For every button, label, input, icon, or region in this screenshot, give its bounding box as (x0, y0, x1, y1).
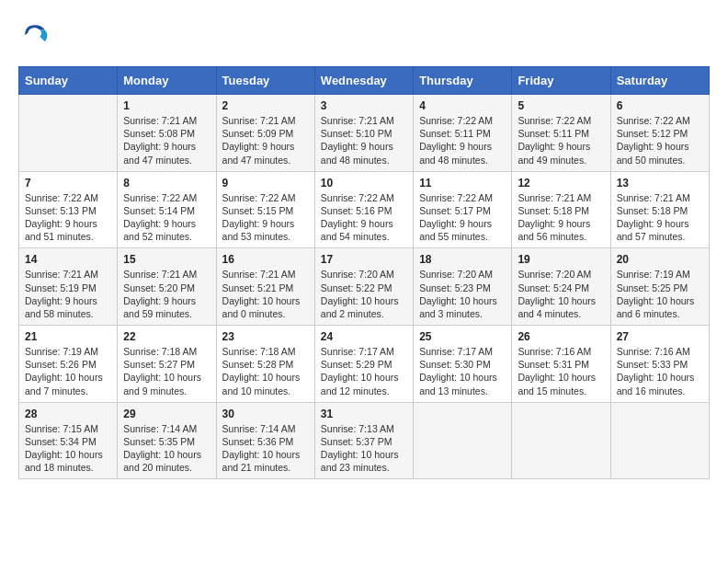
calendar-cell: 26Sunrise: 7:16 AM Sunset: 5:31 PM Dayli… (512, 326, 610, 403)
calendar-cell: 18Sunrise: 7:20 AM Sunset: 5:23 PM Dayli… (414, 248, 512, 326)
calendar-cell (512, 402, 610, 479)
calendar-cell: 7Sunrise: 7:22 AM Sunset: 5:13 PM Daylig… (19, 171, 118, 248)
day-number: 2 (222, 99, 309, 112)
day-info: Sunrise: 7:22 AM Sunset: 5:11 PM Dayligh… (518, 114, 604, 167)
page-header (18, 18, 710, 52)
day-info: Sunrise: 7:17 AM Sunset: 5:30 PM Dayligh… (419, 345, 506, 397)
day-number: 26 (518, 330, 604, 343)
day-info: Sunrise: 7:18 AM Sunset: 5:27 PM Dayligh… (123, 345, 210, 397)
calendar-cell: 3Sunrise: 7:21 AM Sunset: 5:10 PM Daylig… (314, 95, 413, 172)
day-info: Sunrise: 7:13 AM Sunset: 5:37 PM Dayligh… (321, 422, 407, 475)
day-info: Sunrise: 7:21 AM Sunset: 5:19 PM Dayligh… (25, 268, 111, 320)
calendar-cell: 30Sunrise: 7:14 AM Sunset: 5:36 PM Dayli… (216, 402, 314, 479)
day-number: 15 (123, 253, 210, 266)
day-info: Sunrise: 7:22 AM Sunset: 5:16 PM Dayligh… (321, 191, 407, 244)
day-info: Sunrise: 7:21 AM Sunset: 5:21 PM Dayligh… (222, 268, 309, 320)
day-info: Sunrise: 7:21 AM Sunset: 5:08 PM Dayligh… (123, 114, 210, 167)
calendar-cell: 21Sunrise: 7:19 AM Sunset: 5:26 PM Dayli… (19, 326, 118, 403)
calendar-cell: 29Sunrise: 7:14 AM Sunset: 5:35 PM Dayli… (118, 402, 216, 479)
calendar-cell (610, 402, 709, 479)
calendar-cell: 24Sunrise: 7:17 AM Sunset: 5:29 PM Dayli… (314, 326, 413, 403)
day-number: 1 (123, 99, 210, 112)
calendar-cell: 13Sunrise: 7:21 AM Sunset: 5:18 PM Dayli… (610, 171, 709, 248)
day-number: 7 (25, 177, 111, 190)
weekday-header-saturday: Saturday (610, 67, 709, 95)
day-number: 24 (321, 330, 407, 343)
day-info: Sunrise: 7:22 AM Sunset: 5:11 PM Dayligh… (419, 114, 506, 167)
day-number: 4 (419, 99, 506, 112)
calendar-cell: 31Sunrise: 7:13 AM Sunset: 5:37 PM Dayli… (314, 402, 413, 479)
calendar-cell: 4Sunrise: 7:22 AM Sunset: 5:11 PM Daylig… (414, 95, 512, 172)
calendar-cell: 17Sunrise: 7:20 AM Sunset: 5:22 PM Dayli… (314, 248, 413, 326)
calendar-cell (19, 95, 118, 172)
calendar-cell: 5Sunrise: 7:22 AM Sunset: 5:11 PM Daylig… (512, 95, 610, 172)
calendar-table: SundayMondayTuesdayWednesdayThursdayFrid… (18, 66, 710, 479)
week-row-1: 1Sunrise: 7:21 AM Sunset: 5:08 PM Daylig… (19, 95, 710, 172)
logo-icon (18, 18, 51, 52)
day-info: Sunrise: 7:19 AM Sunset: 5:26 PM Dayligh… (25, 345, 111, 397)
weekday-header-friday: Friday (512, 67, 610, 95)
day-number: 17 (321, 253, 407, 266)
day-number: 23 (222, 330, 309, 343)
weekday-header-sunday: Sunday (19, 67, 118, 95)
week-row-4: 21Sunrise: 7:19 AM Sunset: 5:26 PM Dayli… (19, 326, 710, 403)
day-number: 14 (25, 253, 111, 266)
calendar-cell: 12Sunrise: 7:21 AM Sunset: 5:18 PM Dayli… (512, 171, 610, 248)
day-info: Sunrise: 7:20 AM Sunset: 5:23 PM Dayligh… (419, 268, 506, 320)
day-number: 20 (617, 253, 703, 266)
day-number: 10 (321, 177, 407, 190)
day-number: 21 (25, 330, 111, 343)
day-info: Sunrise: 7:15 AM Sunset: 5:34 PM Dayligh… (25, 422, 111, 475)
calendar-cell: 11Sunrise: 7:22 AM Sunset: 5:17 PM Dayli… (414, 171, 512, 248)
day-info: Sunrise: 7:17 AM Sunset: 5:29 PM Dayligh… (321, 345, 407, 397)
day-number: 5 (518, 99, 604, 112)
day-info: Sunrise: 7:22 AM Sunset: 5:13 PM Dayligh… (25, 191, 111, 244)
calendar-cell: 8Sunrise: 7:22 AM Sunset: 5:14 PM Daylig… (118, 171, 216, 248)
day-info: Sunrise: 7:16 AM Sunset: 5:33 PM Dayligh… (617, 345, 703, 397)
calendar-cell: 16Sunrise: 7:21 AM Sunset: 5:21 PM Dayli… (216, 248, 314, 326)
calendar-cell: 6Sunrise: 7:22 AM Sunset: 5:12 PM Daylig… (610, 95, 709, 172)
day-number: 18 (419, 253, 506, 266)
day-number: 11 (419, 177, 506, 190)
calendar-header: SundayMondayTuesdayWednesdayThursdayFrid… (19, 67, 710, 95)
day-number: 28 (25, 408, 111, 420)
calendar-cell: 9Sunrise: 7:22 AM Sunset: 5:15 PM Daylig… (216, 171, 314, 248)
calendar-cell: 28Sunrise: 7:15 AM Sunset: 5:34 PM Dayli… (19, 402, 118, 479)
calendar-cell: 15Sunrise: 7:21 AM Sunset: 5:20 PM Dayli… (118, 248, 216, 326)
day-number: 16 (222, 253, 309, 266)
calendar-cell: 14Sunrise: 7:21 AM Sunset: 5:19 PM Dayli… (19, 248, 118, 326)
day-number: 25 (419, 330, 506, 343)
weekday-header-tuesday: Tuesday (216, 67, 314, 95)
calendar-cell: 25Sunrise: 7:17 AM Sunset: 5:30 PM Dayli… (414, 326, 512, 403)
day-number: 22 (123, 330, 210, 343)
calendar-body: 1Sunrise: 7:21 AM Sunset: 5:08 PM Daylig… (19, 95, 710, 479)
day-number: 30 (222, 408, 309, 420)
logo (18, 18, 57, 52)
day-number: 31 (321, 408, 407, 420)
calendar-cell: 27Sunrise: 7:16 AM Sunset: 5:33 PM Dayli… (610, 326, 709, 403)
day-info: Sunrise: 7:21 AM Sunset: 5:09 PM Dayligh… (222, 114, 309, 167)
weekday-row: SundayMondayTuesdayWednesdayThursdayFrid… (19, 67, 710, 95)
day-info: Sunrise: 7:22 AM Sunset: 5:12 PM Dayligh… (617, 114, 703, 167)
calendar-cell: 10Sunrise: 7:22 AM Sunset: 5:16 PM Dayli… (314, 171, 413, 248)
calendar-cell: 19Sunrise: 7:20 AM Sunset: 5:24 PM Dayli… (512, 248, 610, 326)
week-row-5: 28Sunrise: 7:15 AM Sunset: 5:34 PM Dayli… (19, 402, 710, 479)
day-info: Sunrise: 7:21 AM Sunset: 5:18 PM Dayligh… (617, 191, 703, 244)
calendar-cell: 23Sunrise: 7:18 AM Sunset: 5:28 PM Dayli… (216, 326, 314, 403)
day-info: Sunrise: 7:16 AM Sunset: 5:31 PM Dayligh… (518, 345, 604, 397)
day-info: Sunrise: 7:14 AM Sunset: 5:35 PM Dayligh… (123, 422, 210, 475)
weekday-header-thursday: Thursday (414, 67, 512, 95)
day-number: 9 (222, 177, 309, 190)
day-info: Sunrise: 7:21 AM Sunset: 5:10 PM Dayligh… (321, 114, 407, 167)
calendar-cell: 20Sunrise: 7:19 AM Sunset: 5:25 PM Dayli… (610, 248, 709, 326)
day-info: Sunrise: 7:14 AM Sunset: 5:36 PM Dayligh… (222, 422, 309, 475)
weekday-header-wednesday: Wednesday (314, 67, 413, 95)
day-info: Sunrise: 7:22 AM Sunset: 5:15 PM Dayligh… (222, 191, 309, 244)
day-number: 6 (617, 99, 703, 112)
week-row-3: 14Sunrise: 7:21 AM Sunset: 5:19 PM Dayli… (19, 248, 710, 326)
calendar-cell: 2Sunrise: 7:21 AM Sunset: 5:09 PM Daylig… (216, 95, 314, 172)
day-info: Sunrise: 7:22 AM Sunset: 5:14 PM Dayligh… (123, 191, 210, 244)
day-number: 12 (518, 177, 604, 190)
day-number: 8 (123, 177, 210, 190)
calendar-cell: 1Sunrise: 7:21 AM Sunset: 5:08 PM Daylig… (118, 95, 216, 172)
